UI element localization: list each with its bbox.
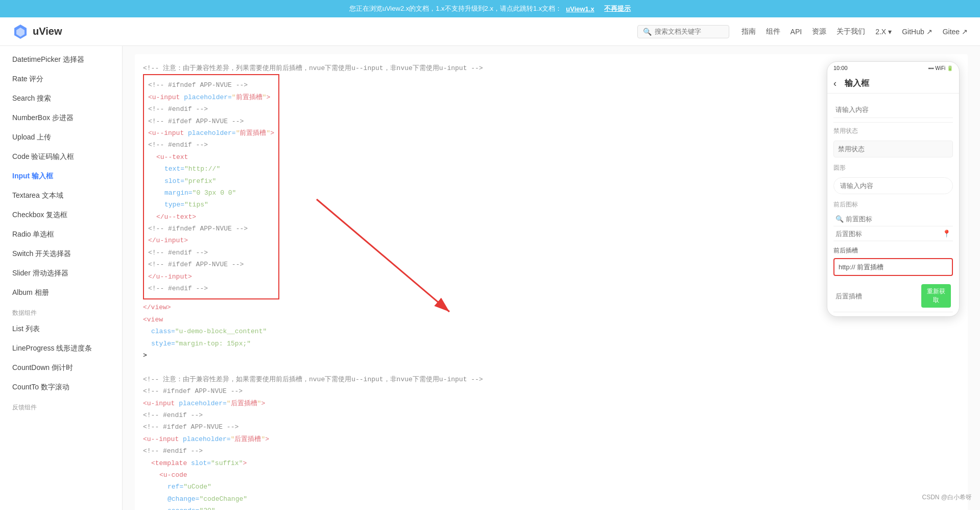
banner-link[interactable]: uView1.x	[566, 5, 594, 13]
logo-text: uView	[33, 26, 62, 37]
search-icon: 🔍	[643, 28, 652, 36]
phone-body: 禁用状态 圆形 前后图标 🔍 📍 前后插槽 重新获取	[827, 94, 959, 316]
sidebar-item-search[interactable]: Search 搜索	[0, 89, 122, 108]
code-hl-2: <u-input placeholder="前置插槽">	[148, 91, 274, 103]
phone-slot-prefix-wrapper	[833, 258, 953, 276]
nav-resources[interactable]: 资源	[812, 27, 826, 36]
banner-separator	[599, 5, 601, 13]
code-after-16: @change="codeChange"	[143, 493, 960, 505]
nav-version[interactable]: 2.X ▾	[875, 28, 892, 36]
code-after-10: <!-- #ifdef APP-NVUE -->	[143, 421, 960, 433]
sidebar-section-feedback: 反馈组件	[0, 397, 122, 414]
code-after-9: <!-- #endif -->	[143, 409, 960, 421]
sidebar-item-checkbox[interactable]: Checkbox 复选框	[0, 205, 122, 225]
phone-input-disabled	[833, 141, 953, 157]
logo-icon	[12, 24, 29, 40]
phone-prefix-input-wrapper: 🔍	[833, 212, 953, 226]
code-hl-15: <!-- #endif -->	[148, 247, 274, 259]
sidebar-item-countto[interactable]: CountTo 数字滚动	[0, 378, 122, 397]
phone-section-slot-label: 前后插槽	[833, 246, 953, 255]
sidebar-item-numberbox[interactable]: NumberBox 步进器	[0, 108, 122, 128]
phone-mockup: 10:00 ▪▪▪ WiFi 🔋 ‹ 输入框 禁用状态 圆形 前后图标 🔍 📍	[827, 61, 960, 317]
sidebar: DatetimePicker 选择器 Rate 评分 Search 搜索 Num…	[0, 46, 123, 510]
nav-items: 指南 组件 API 资源 关于我们 2.X ▾ GitHub ↗ Gitee ↗	[742, 27, 968, 36]
nav-about[interactable]: 关于我们	[836, 27, 865, 36]
code-hl-18: <!-- #endif -->	[148, 283, 274, 294]
code-hl-10: margin="0 3px 0 0"	[148, 187, 274, 199]
sidebar-item-lineprogress[interactable]: LineProgress 线形进度条	[0, 339, 122, 358]
sidebar-item-datetimepicker[interactable]: DatetimePicker 选择器	[0, 50, 122, 69]
code-after-15: ref="uCode"	[143, 481, 960, 493]
phone-search-icon: 🔍	[835, 215, 844, 223]
phone-suffix-input-wrapper: 📍	[833, 226, 953, 241]
phone-title: 输入框	[845, 78, 869, 89]
sidebar-item-countdown[interactable]: CountDown 倒计时	[0, 358, 122, 378]
phone-back-button[interactable]: ‹	[833, 78, 836, 89]
phone-rounded-wrapper	[833, 175, 953, 196]
phone-status-bar: 10:00 ▪▪▪ WiFi 🔋	[827, 62, 959, 74]
phone-disabled-wrapper	[833, 138, 953, 159]
sidebar-item-radio[interactable]: Radio 单选框	[0, 225, 122, 244]
nav-api[interactable]: API	[791, 28, 802, 36]
sidebar-section-data: 数据组件	[0, 303, 122, 319]
phone-prefix-input[interactable]	[846, 215, 951, 223]
code-hl-14: </u-input>	[148, 235, 274, 246]
code-highlight-box: <!-- #ifndef APP-NVUE --> <u-input place…	[143, 74, 279, 299]
nav-gitee[interactable]: Gitee ↗	[943, 28, 968, 36]
sidebar-item-input[interactable]: Input 输入框	[0, 167, 122, 186]
code-hl-12: </u--text>	[148, 211, 274, 223]
phone-section-icon-label: 前后图标	[833, 200, 953, 209]
banner-dismiss[interactable]: 不再提示	[604, 4, 631, 13]
header: uView 🔍 指南 组件 API 资源 关于我们 2.X ▾ GitHub ↗…	[0, 17, 980, 46]
code-hl-3: <!-- #endif -->	[148, 103, 274, 115]
sidebar-item-album[interactable]: Album 相册	[0, 283, 122, 303]
phone-slot-prefix-input[interactable]	[833, 258, 953, 276]
code-after-11: <u--input placeholder="后置插槽">	[143, 433, 960, 445]
code-after-5: >	[143, 350, 960, 361]
code-after-14: <u-code	[143, 469, 960, 481]
code-hl-4: <!-- #ifdef APP-NVUE -->	[148, 115, 274, 127]
phone-nav: ‹ 输入框	[827, 74, 959, 94]
code-after-4: style="margin-top: 15px;"	[143, 338, 960, 350]
phone-section-rounded-label: 圆形	[833, 164, 953, 172]
code-hl-1: <!-- #ifndef APP-NVUE -->	[148, 79, 274, 91]
phone-input-normal[interactable]	[833, 102, 953, 118]
phone-input-rounded[interactable]	[833, 177, 953, 194]
sidebar-item-list[interactable]: List 列表	[0, 319, 122, 339]
search-box[interactable]: 🔍	[637, 25, 729, 38]
chevron-down-icon: ▾	[888, 28, 892, 36]
nav-components[interactable]: 组件	[766, 27, 780, 36]
code-hl-7: <u--text	[148, 151, 274, 163]
code-after-6: <!-- 注意：由于兼容性差异，如果需要使用前后插槽，nvue下需使用u--in…	[143, 374, 960, 385]
sidebar-item-slider[interactable]: Slider 滑动选择器	[0, 264, 122, 283]
code-hl-5: <u--input placeholder="前置插槽">	[148, 127, 274, 139]
sidebar-item-rate[interactable]: Rate 评分	[0, 69, 122, 89]
code-after-3: class="u-demo-block__content"	[143, 326, 960, 337]
code-hl-17: </u--input>	[148, 271, 274, 283]
nav-github[interactable]: GitHub ↗	[902, 28, 932, 36]
phone-suffix-input[interactable]	[835, 230, 942, 238]
phone-reget-button[interactable]: 重新获取	[921, 284, 951, 308]
code-after-8: <u-input placeholder="后置插槽">	[143, 398, 960, 409]
phone-input-normal-wrapper	[833, 98, 953, 123]
sidebar-item-code[interactable]: Code 验证码输入框	[0, 147, 122, 167]
code-after-17: seconds="20"	[143, 505, 960, 510]
phone-section-disabled-label: 禁用状态	[833, 127, 953, 135]
nav-guide[interactable]: 指南	[742, 27, 756, 36]
code-hl-16: <!-- #ifdef APP-NVUE -->	[148, 259, 274, 270]
code-hl-9: slot="prefix"	[148, 175, 274, 187]
code-hl-13: <!-- #ifndef APP-NVUE -->	[148, 223, 274, 235]
code-after-7: <!-- #ifndef APP-NVUE -->	[143, 385, 960, 397]
sidebar-item-upload[interactable]: Upload 上传	[0, 128, 122, 147]
phone-time: 10:00	[833, 65, 848, 71]
phone-slot-suffix-wrapper: 重新获取	[833, 280, 953, 312]
phone-location-icon: 📍	[942, 229, 951, 238]
phone-slot-suffix-input[interactable]	[835, 292, 921, 300]
sidebar-item-textarea[interactable]: Textarea 文本域	[0, 186, 122, 205]
phone-signal: ▪▪▪ WiFi 🔋	[928, 65, 953, 71]
top-banner: 您正在浏览uView2.x的文档，1.x不支持升级到2.x，请点此跳转1.x文档…	[0, 0, 980, 17]
banner-text: 您正在浏览uView2.x的文档，1.x不支持升级到2.x，请点此跳转1.x文档…	[349, 4, 562, 13]
sidebar-item-switch[interactable]: Switch 开关选择器	[0, 244, 122, 264]
search-input[interactable]	[655, 28, 721, 35]
code-hl-8: text="http://"	[148, 163, 274, 175]
